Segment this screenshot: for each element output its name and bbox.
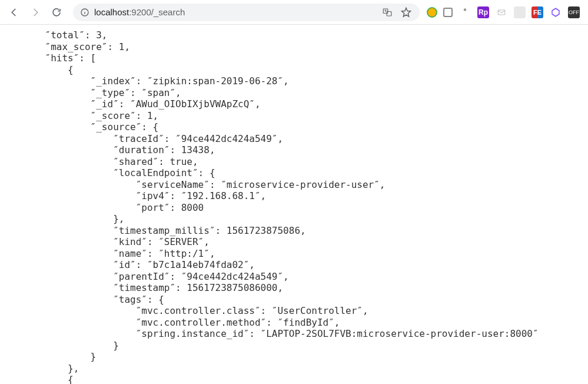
translate-icon[interactable] <box>381 6 394 19</box>
json-text: ″total″: 3, ″max_score″: 1, ″hits″: [ { … <box>0 29 588 384</box>
ext-icon-9[interactable]: OFF <box>568 6 580 18</box>
reload-button[interactable] <box>47 3 66 22</box>
site-info-icon[interactable] <box>80 8 89 17</box>
back-button[interactable] <box>5 3 24 22</box>
ext-icon-7[interactable]: FE <box>531 6 543 18</box>
json-response-body: ″total″: 3, ″max_score″: 1, ″hits″: [ { … <box>0 25 588 384</box>
forward-button[interactable] <box>26 3 45 22</box>
ext-icon-5[interactable] <box>495 6 508 19</box>
url-port: :9200 <box>129 7 151 17</box>
browser-toolbar: localhost:9200/_search Rp FE OFF <box>0 0 588 25</box>
address-bar[interactable]: localhost:9200/_search <box>73 4 420 21</box>
svg-marker-7 <box>552 8 559 16</box>
ext-icon-4[interactable]: Rp <box>477 6 489 18</box>
star-icon[interactable] <box>400 6 413 19</box>
ext-icon-2[interactable] <box>443 8 453 17</box>
ext-icon-1[interactable] <box>427 7 437 18</box>
ext-icon-3[interactable] <box>459 6 471 19</box>
url-host: localhost <box>94 7 129 17</box>
url-path: /_search <box>151 7 185 17</box>
ext-icon-8[interactable] <box>549 6 562 19</box>
ext-icon-6[interactable] <box>514 6 526 18</box>
svg-point-5 <box>464 8 467 11</box>
address-bar-actions <box>381 6 413 19</box>
extension-icons: Rp FE OFF <box>427 6 583 19</box>
url-text: localhost:9200/_search <box>94 7 376 17</box>
